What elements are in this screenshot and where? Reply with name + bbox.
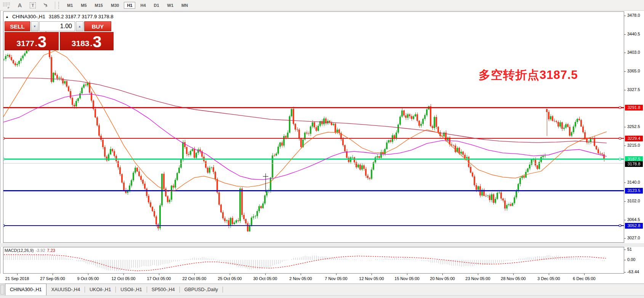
candle-body xyxy=(386,143,388,149)
candle-body xyxy=(256,211,258,216)
candle-body xyxy=(348,158,349,162)
hline-handle[interactable] xyxy=(619,138,621,139)
hline-handle[interactable] xyxy=(619,225,621,227)
toolbar-grip[interactable] xyxy=(58,2,61,9)
candle-body xyxy=(411,116,412,119)
candle-body xyxy=(426,109,428,115)
tab-sp500-h4[interactable]: SP500-,H4 xyxy=(147,284,179,295)
price-tick-label: 3102.0 xyxy=(627,199,640,203)
text-box-tool-icon[interactable]: T xyxy=(29,1,37,10)
candle-body xyxy=(129,186,130,191)
candle-body xyxy=(98,125,100,136)
candle-body xyxy=(582,127,584,132)
sell-price-main: 3177 xyxy=(16,39,34,47)
chart-symbol-period: CHINA300-,H1 xyxy=(12,14,45,19)
arrow-up-icon: ▲ xyxy=(78,25,81,28)
candle-body xyxy=(152,207,153,211)
timeframe-m15-button[interactable]: M15 xyxy=(92,2,106,9)
candle-body xyxy=(180,160,182,168)
candle-body xyxy=(186,147,187,154)
volume-decrement-button[interactable]: ▼ xyxy=(31,21,38,31)
timeframe-w1-button[interactable]: W1 xyxy=(164,2,177,9)
candle-body xyxy=(77,98,79,101)
price-tick xyxy=(624,90,626,90)
time-tick-label: 9 Oct 05:00 xyxy=(77,276,99,281)
candle-body xyxy=(279,143,281,147)
candle-body xyxy=(135,168,136,173)
sell-price-display[interactable]: 3177.3 xyxy=(5,32,59,50)
chart-tab-bar: CHINA300-,H1XAUUSD-,H4UKOil-,H1USOil-,H1… xyxy=(0,284,644,295)
tab-scroll-stub[interactable] xyxy=(0,285,4,295)
timeframe-mn-button[interactable]: MN xyxy=(178,2,191,9)
candle-body xyxy=(276,154,277,156)
candle-body xyxy=(195,153,197,158)
candle-body xyxy=(561,122,563,129)
candle-body xyxy=(331,123,332,125)
pane-splitter[interactable] xyxy=(0,243,644,247)
candle-body xyxy=(239,189,241,221)
buy-price-display[interactable]: 3183.3 xyxy=(60,32,114,50)
fibonacci-tool-icon[interactable]: F xyxy=(3,1,11,10)
sell-button[interactable]: SELL xyxy=(5,21,30,31)
time-tick xyxy=(336,274,336,275)
text-label-tool-icon[interactable]: A xyxy=(16,1,24,10)
candle-body xyxy=(104,147,106,157)
tab-gbpusd-daily[interactable]: GBPUSD-,Daily xyxy=(180,284,223,295)
timeframe-m30-button[interactable]: M30 xyxy=(108,2,122,9)
price-tick xyxy=(624,201,626,202)
candle-body xyxy=(554,121,555,122)
hline-handle[interactable] xyxy=(619,107,621,109)
candle-body xyxy=(464,155,466,158)
price-tick xyxy=(624,220,626,220)
candle-body xyxy=(550,116,551,120)
volume-increment-button[interactable]: ▲ xyxy=(76,21,83,31)
candle-body xyxy=(144,184,146,189)
candle-body xyxy=(123,183,125,190)
candle-body xyxy=(74,105,75,106)
time-tick-label: 12 Oct 05:00 xyxy=(112,276,136,281)
buy-button[interactable]: BUY xyxy=(84,21,111,31)
timeframe-h1-button[interactable]: H1 xyxy=(124,2,135,9)
candle-body xyxy=(308,133,309,134)
candle-body xyxy=(519,178,521,184)
candle-body xyxy=(316,127,317,131)
hline-handle[interactable] xyxy=(619,158,621,160)
candle-body xyxy=(83,85,85,88)
tab-ukoil-h1[interactable]: UKOil-,H1 xyxy=(85,284,115,295)
time-axis[interactable]: 21 Sep 201827 Sep 05:009 Oct 05:0012 Oct… xyxy=(0,274,644,284)
candle-body xyxy=(527,168,529,172)
candle-body xyxy=(317,126,319,131)
time-tick-label: 22 Oct 05:00 xyxy=(183,276,207,281)
chart-title: ▲ CHINA300-,H1 3185.2 3187.7 3177.9 3178… xyxy=(5,14,114,19)
candle-body xyxy=(588,142,590,143)
time-tick xyxy=(159,274,159,275)
tab-usoil-h1[interactable]: USOil-,H1 xyxy=(116,284,146,295)
timeframe-h4-button[interactable]: H4 xyxy=(137,2,149,9)
macd-scale-label: -63.44 xyxy=(627,269,639,274)
timeframe-m1-button[interactable]: M1 xyxy=(64,2,76,9)
candle-body xyxy=(91,93,92,101)
tab-xauusd-h4[interactable]: XAUUSD-,H4 xyxy=(46,284,85,295)
candle-body xyxy=(237,220,239,221)
time-tick-label: 23 Nov 05:00 xyxy=(465,276,490,281)
macd-signal-value: 7.23 xyxy=(47,248,55,253)
macd-scale-tick xyxy=(624,250,626,250)
timeframe-m5-button[interactable]: M5 xyxy=(78,2,90,9)
time-tick xyxy=(549,274,549,275)
macd-indicator-pane[interactable] xyxy=(3,247,624,274)
candle-body xyxy=(344,145,346,151)
timeframe-d1-button[interactable]: D1 xyxy=(151,2,162,9)
tab-china300-h1[interactable]: CHINA300-,H1 xyxy=(5,284,46,295)
candle-body xyxy=(432,126,433,128)
candle-body xyxy=(424,115,426,119)
price-axis[interactable]: 3478.03440.53403.03365.03327.53252.53215… xyxy=(624,11,644,274)
candle-body xyxy=(569,127,570,135)
collapse-triangle-icon[interactable]: ▲ xyxy=(5,15,9,19)
candle-body xyxy=(66,81,67,87)
candle-body xyxy=(580,120,582,127)
candle-body xyxy=(68,87,69,91)
chart-text-annotation[interactable]: 多空转折点3187.5 xyxy=(479,67,578,83)
arrows-tool-icon[interactable]: ▼ xyxy=(42,1,50,10)
volume-input[interactable] xyxy=(39,21,75,31)
candle-body xyxy=(557,122,559,127)
